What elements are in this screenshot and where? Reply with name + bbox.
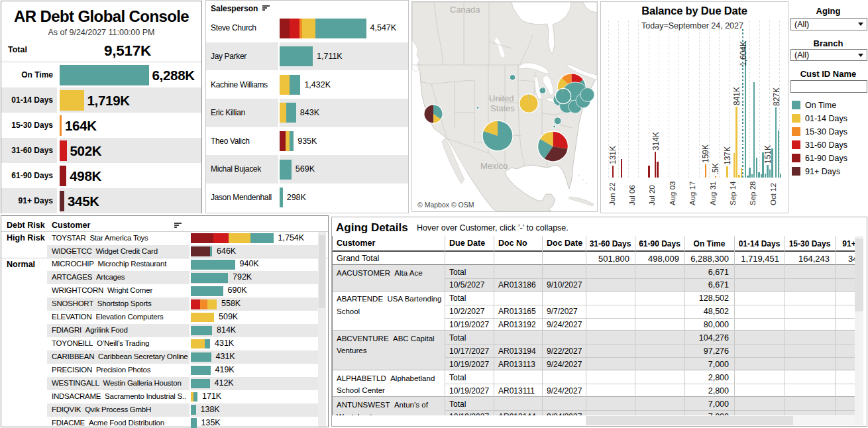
svg-text:Mexico: Mexico	[480, 161, 508, 171]
svg-text:United: United	[489, 93, 514, 103]
svg-text:Canada: Canada	[450, 5, 480, 15]
svg-text:States: States	[490, 103, 515, 113]
